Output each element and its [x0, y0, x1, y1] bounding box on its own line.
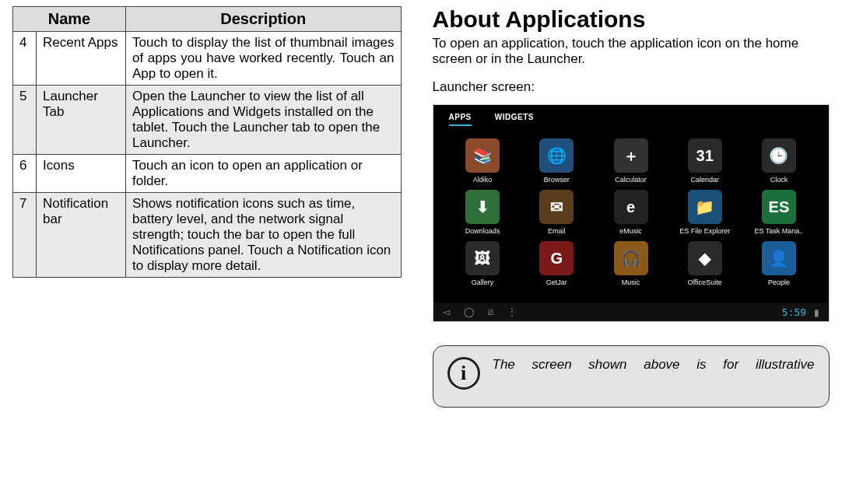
row-num: 7 [13, 193, 37, 278]
app-emusic[interactable]: eeMusic [597, 190, 665, 235]
app-icon: 👤 [762, 241, 796, 275]
app-calculator[interactable]: ＋Calculator [597, 138, 665, 184]
header-description: Description [126, 7, 402, 32]
app-getjar[interactable]: GGetJar [523, 241, 591, 286]
table-row: 5 Launcher Tab Open the Launcher to view… [13, 86, 402, 155]
row-desc: Touch an icon to open an application or … [126, 155, 402, 193]
clock-text: 5:59 [782, 306, 806, 318]
launcher-tabs: APPS WIDGETS [433, 105, 829, 129]
home-icon[interactable]: ◯ [464, 306, 474, 317]
battery-icon: ▮ [814, 307, 819, 318]
app-label: GetJar [546, 278, 567, 286]
app-es-file-explorer[interactable]: 📁ES File Explorer [671, 190, 738, 235]
app-calendar[interactable]: 31Calendar [671, 138, 738, 184]
app-icon: 🖼 [465, 241, 500, 275]
tab-apps[interactable]: APPS [449, 113, 472, 126]
app-icon: 📁 [688, 190, 722, 224]
header-name: Name [13, 7, 126, 32]
about-heading: About Applications [433, 6, 837, 33]
back-icon[interactable]: ◅ [443, 306, 450, 317]
app-icon: 🎧 [614, 241, 648, 275]
row-num: 4 [13, 32, 37, 86]
table-row: 6 Icons Touch an icon to open an applica… [13, 155, 402, 193]
about-paragraph: To open an application, touch the applic… [433, 36, 837, 67]
app-aldiko[interactable]: 📚Aldiko [449, 138, 517, 184]
apps-grid: 📚Aldiko🌐Browser＋Calculator31Calendar🕒Clo… [433, 129, 829, 286]
app-downloads[interactable]: ⬇Downloads [449, 190, 517, 235]
menu-icon[interactable]: ⋮ [507, 306, 517, 317]
table-column: Name Description 4 Recent Apps Touch to … [12, 6, 402, 498]
row-name: Launcher Tab [37, 86, 126, 155]
app-icon: 🕒 [762, 138, 796, 173]
app-clock[interactable]: 🕒Clock [745, 138, 812, 184]
launcher-screenshot: APPS WIDGETS 📚Aldiko🌐Browser＋Calculator3… [433, 104, 830, 322]
table-row: 4 Recent Apps Touch to display the list … [13, 32, 402, 86]
app-label: ES Task Mana.. [754, 227, 803, 235]
row-num: 6 [13, 155, 37, 193]
app-icon: 🌐 [539, 138, 574, 173]
app-icon: ＋ [614, 138, 648, 173]
row-name: Recent Apps [37, 32, 126, 86]
app-label: Aldiko [473, 176, 493, 184]
app-label: People [768, 278, 790, 286]
app-gallery[interactable]: 🖼Gallery [449, 241, 517, 286]
app-label: Music [622, 278, 640, 286]
app-browser[interactable]: 🌐Browser [523, 138, 591, 184]
app-label: Gallery [472, 278, 494, 286]
app-label: Downloads [465, 227, 500, 235]
note-text: The screen shown above is for illustrati… [493, 357, 815, 373]
recent-icon[interactable]: ⎚ [488, 306, 493, 317]
app-icon: e [614, 190, 648, 224]
app-music[interactable]: 🎧Music [597, 241, 665, 286]
app-label: Browser [544, 176, 570, 184]
launcher-label: Launcher screen: [433, 79, 837, 95]
app-label: Email [548, 227, 566, 235]
app-label: ES File Explorer [679, 227, 730, 235]
app-officesuite[interactable]: ◆OfficeSuite [671, 241, 738, 286]
app-icon: 31 [688, 138, 722, 173]
app-email[interactable]: ✉Email [523, 190, 591, 235]
row-num: 5 [13, 86, 37, 155]
about-column: About Applications To open an applicatio… [433, 6, 837, 498]
nav-bar: ◅ ◯ ⎚ ⋮ 5:59 ▮ [433, 303, 829, 321]
app-people[interactable]: 👤People [745, 241, 812, 286]
app-label: eMusic [619, 227, 642, 235]
app-icon: 📚 [465, 138, 500, 173]
app-label: Clock [770, 176, 788, 184]
app-icon: ⬇ [465, 190, 500, 224]
app-icon: ES [762, 190, 796, 224]
row-name: Icons [37, 155, 126, 193]
app-label: Calendar [690, 176, 719, 184]
reference-table: Name Description 4 Recent Apps Touch to … [12, 6, 402, 278]
row-name: Notification bar [37, 193, 126, 278]
row-desc: Shows notification icons such as time, b… [126, 193, 402, 278]
table-row: 7 Notification bar Shows notification ic… [13, 193, 402, 278]
row-desc: Open the Launcher to view the list of al… [126, 86, 402, 155]
app-es-task-mana-[interactable]: ESES Task Mana.. [745, 190, 812, 235]
app-label: OfficeSuite [688, 278, 722, 286]
tab-widgets[interactable]: WIDGETS [495, 113, 534, 126]
row-desc: Touch to display the list of thumbnail i… [126, 32, 402, 86]
app-icon: ✉ [539, 190, 574, 224]
app-icon: G [539, 241, 574, 275]
info-note: i The screen shown above is for illustra… [433, 345, 830, 408]
app-icon: ◆ [688, 241, 722, 275]
info-icon: i [447, 357, 480, 390]
app-label: Calculator [615, 176, 647, 184]
